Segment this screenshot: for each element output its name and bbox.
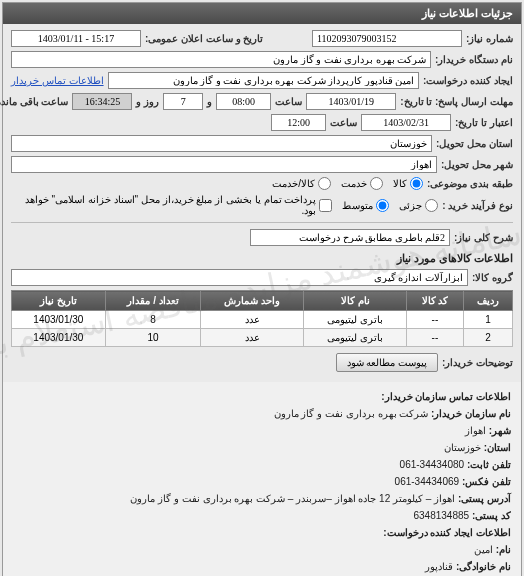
cell-unit: عدد (201, 329, 304, 347)
cell-name: باتری لیتیومی (304, 329, 407, 347)
table-row: 1 -- باتری لیتیومی عدد 8 1403/01/30 (12, 311, 513, 329)
radio-goods-label: کالا (393, 178, 407, 189)
radio-service[interactable]: خدمت (341, 177, 383, 190)
radio-low[interactable]: جزئی (399, 199, 438, 212)
th-code: کد کالا (407, 291, 464, 311)
form-area: شماره نیاز: تاریخ و ساعت اعلان عمومی: نا… (3, 24, 521, 382)
need-no-label: شماره نیاز: (466, 33, 513, 44)
panel-title: جزئیات اطلاعات نیاز (3, 3, 521, 24)
radio-goods-input[interactable] (410, 177, 423, 190)
requester-input[interactable] (108, 72, 420, 89)
city-f-value: اهواز (465, 425, 486, 436)
th-date: تاریخ نیاز (12, 291, 106, 311)
th-row: ردیف (463, 291, 512, 311)
fax-f-label: تلفن فکس: (462, 476, 511, 487)
validity-hour-input[interactable] (271, 114, 326, 131)
subject-type-group: کالا خدمت کالا/خدمت (272, 177, 423, 190)
table-row: 2 -- باتری لیتیومی عدد 10 1403/01/30 (12, 329, 513, 347)
city-label: شهر محل تحویل: (441, 159, 513, 170)
cell-code: -- (407, 329, 464, 347)
days-label: روز و (136, 96, 159, 107)
announce-dt-input[interactable] (11, 30, 141, 47)
footer-title: اطلاعات تماس سازمان خریدار: (381, 391, 511, 402)
main-panel: جزئیات اطلاعات نیاز شماره نیاز: تاریخ و … (2, 2, 522, 576)
subject-type-label: طبقه بندی موضوعی: (427, 178, 513, 189)
fname-label: نام: (496, 544, 511, 555)
postal-f-label: کد پستی: (472, 510, 511, 521)
attachment-button[interactable]: پیوست مطالعه شود (336, 353, 438, 372)
checkbox-note-input[interactable] (319, 199, 332, 212)
items-table: ردیف کد کالا نام کالا واحد شمارش تعداد /… (11, 290, 513, 347)
reply-deadline-label: مهلت ارسال پاسخ: تا تاریخ: (400, 96, 513, 107)
phone-f-value: 061-34434080 (400, 456, 465, 473)
th-name: نام کالا (304, 291, 407, 311)
buy-process-label: نوع فرآیند خرید : (442, 200, 513, 211)
radio-low-input[interactable] (425, 199, 438, 212)
th-qty: تعداد / مقدار (105, 291, 201, 311)
province-f-value: خوزستان (444, 442, 481, 453)
radio-mid-label: متوسط (342, 200, 373, 211)
cell-qty: 10 (105, 329, 201, 347)
reply-remain-input (72, 93, 132, 110)
requester-label: ایجاد کننده درخواست: (423, 75, 513, 86)
buyer-org-label: نام دستگاه خریدار: (435, 54, 513, 65)
remaining-label: ساعت باقی مانده (0, 96, 68, 107)
radio-goods[interactable]: کالا (393, 177, 423, 190)
province-input[interactable] (11, 135, 432, 152)
cell-date: 1403/01/30 (12, 311, 106, 329)
reply-hour-input[interactable] (216, 93, 271, 110)
req-title: اطلاعات ایجاد کننده درخواست: (383, 527, 511, 538)
city-f-label: شهر: (489, 425, 511, 436)
province-f-label: استان: (484, 442, 511, 453)
phone-f-label: تلفن ثابت: (467, 459, 511, 470)
hour-label-2: ساعت (330, 117, 357, 128)
cell-qty: 8 (105, 311, 201, 329)
address-f-label: آدرس پستی: (458, 493, 511, 504)
fax-f-value: 061-34434069 (395, 473, 460, 490)
radio-mid-input[interactable] (376, 199, 389, 212)
cell-date: 1403/01/30 (12, 329, 106, 347)
lname-value: قنادپور (425, 561, 453, 572)
cell-row: 1 (463, 311, 512, 329)
city-input[interactable] (11, 156, 437, 173)
radio-goods-service-input[interactable] (318, 177, 331, 190)
radio-goods-service[interactable]: کالا/خدمت (272, 177, 331, 190)
checkbox-note[interactable]: پرداخت تمام یا بخشی از مبلغ خرید،از محل … (11, 194, 332, 216)
buy-process-group: جزئی متوسط پرداخت تمام یا بخشی از مبلغ خ… (11, 194, 438, 216)
validity-label: اعتبار تا تاریخ: (455, 117, 513, 128)
radio-low-label: جزئی (399, 200, 422, 211)
postal-f-value: 6348134885 (413, 507, 469, 524)
cell-row: 2 (463, 329, 512, 347)
need-desc-label: شرح کلی نیاز: (454, 232, 513, 243)
buyer-org-input[interactable] (11, 51, 431, 68)
need-desc-input[interactable] (250, 229, 450, 246)
reply-days-input[interactable] (163, 93, 203, 110)
address-f-value: اهواز – کیلومتر 12 جاده اهواز –سربندر – … (130, 493, 455, 504)
and-label: و (207, 96, 212, 107)
need-no-input[interactable] (312, 30, 462, 47)
footer-section: اطلاعات تماس سازمان خریدار: نام سازمان خ… (3, 382, 521, 576)
group-input[interactable] (11, 269, 468, 286)
org-name-label: نام سازمان خریدار: (431, 408, 511, 419)
checkbox-note-label: پرداخت تمام یا بخشی از مبلغ خرید،از محل … (11, 194, 316, 216)
announce-dt-label: تاریخ و ساعت اعلان عمومی: (145, 33, 263, 44)
group-label: گروه کالا: (472, 272, 513, 283)
cell-code: -- (407, 311, 464, 329)
fname-value: امین (474, 544, 493, 555)
province-label: استان محل تحویل: (436, 138, 513, 149)
contact-link[interactable]: اطلاعات تماس خریدار (11, 75, 104, 86)
cell-unit: عدد (201, 311, 304, 329)
hour-label-1: ساعت (275, 96, 302, 107)
org-name-value: شرکت بهره برداری نفت و گاز مارون (274, 408, 429, 419)
radio-mid[interactable]: متوسط (342, 199, 389, 212)
radio-service-label: خدمت (341, 178, 367, 189)
lname-label: نام خانوادگی: (456, 561, 511, 572)
validity-date-input[interactable] (361, 114, 451, 131)
buyer-notes-label: توضیحات خریدار: (442, 357, 513, 368)
cell-name: باتری لیتیومی (304, 311, 407, 329)
reply-date-input[interactable] (306, 93, 396, 110)
items-section-title: اطلاعات کالاهای مورد نیاز (11, 252, 513, 265)
th-unit: واحد شمارش (201, 291, 304, 311)
radio-service-input[interactable] (370, 177, 383, 190)
radio-goods-service-label: کالا/خدمت (272, 178, 315, 189)
